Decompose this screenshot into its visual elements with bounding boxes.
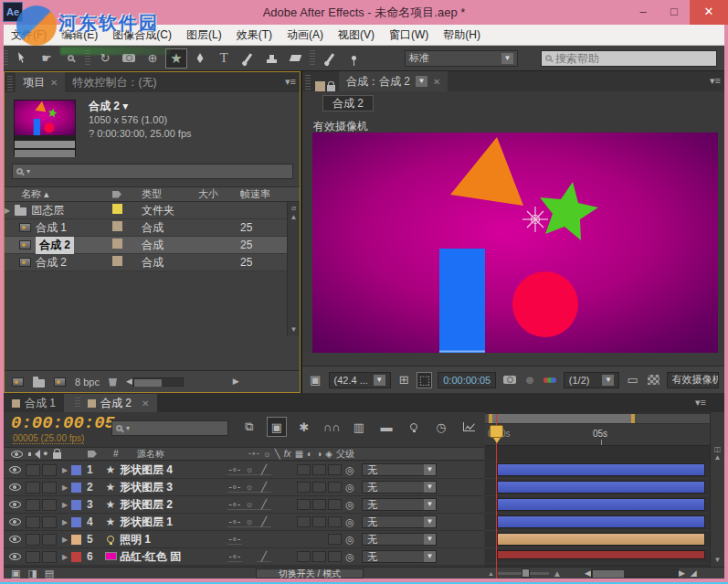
solo-cell[interactable] — [26, 534, 40, 546]
resolution-select[interactable]: (1/2) ▼ — [564, 372, 620, 388]
scroll-down-icon[interactable]: ▼ — [288, 325, 300, 334]
blend-cell[interactable] — [328, 516, 342, 527]
comp-viewport[interactable] — [312, 133, 718, 353]
work-area-strip[interactable] — [485, 414, 710, 423]
frame-blend-col-icon[interactable]: ▦ — [295, 450, 303, 459]
eye-icon[interactable] — [9, 466, 21, 473]
bpc-button[interactable]: 8 bpc — [75, 377, 100, 388]
auto-keyframe-icon[interactable]: ◷ — [431, 417, 451, 437]
parent-select[interactable]: 无▼ — [362, 463, 437, 476]
pick-whip-icon[interactable]: ◎ — [342, 534, 358, 546]
tag-icon[interactable] — [88, 451, 97, 458]
layer-bar[interactable] — [497, 463, 705, 476]
lock-cell[interactable] — [42, 482, 57, 494]
zoom-slider[interactable] — [498, 572, 549, 575]
brush-tool[interactable] — [237, 48, 258, 69]
zoom-out-icon[interactable]: ▲ — [488, 570, 494, 577]
timeline-hscrollbar[interactable]: ◀ ▶ ◢ — [585, 568, 697, 578]
selection-tool[interactable] — [12, 48, 34, 69]
comp-name[interactable]: 合成 2 ▾ — [89, 100, 192, 113]
effect-switch[interactable]: ╱ — [257, 499, 271, 510]
menu-help[interactable]: 帮助(H) — [436, 25, 488, 45]
trkmat-cell[interactable] — [312, 499, 326, 510]
draft-3d-icon[interactable]: ▣ — [267, 417, 287, 437]
scroll-right-icon[interactable]: ▶ — [679, 569, 685, 578]
eye-icon[interactable] — [9, 553, 21, 560]
tab-composition[interactable]: 合成：合成 2 ▼ ✕ — [339, 71, 448, 91]
panel-gripper[interactable] — [7, 76, 13, 92]
col-fps[interactable]: 帧速率 — [240, 187, 284, 201]
close-tab-icon[interactable]: ✕ — [433, 77, 440, 87]
layer-bar[interactable] — [497, 498, 705, 511]
tab-effect-controls[interactable]: 特效控制台：(无) — [65, 72, 164, 92]
solo-cell[interactable] — [26, 464, 40, 476]
parent-select[interactable]: 无▼ — [362, 481, 437, 494]
label-color[interactable] — [112, 221, 122, 231]
shy-layers-icon[interactable]: ✱ — [294, 417, 314, 437]
parent-select[interactable]: 无▼ — [362, 550, 437, 563]
snapshot-camera-icon[interactable] — [501, 372, 517, 388]
motion-blur-icon[interactable]: ▥ — [349, 417, 369, 437]
expand-inout-icon[interactable]: ▤ — [45, 568, 54, 579]
col-size[interactable]: 大小 — [198, 187, 240, 201]
layer-bar[interactable] — [497, 481, 705, 494]
roi-toggle-icon[interactable]: ▭ — [625, 372, 640, 388]
parent-select[interactable]: 无▼ — [362, 498, 437, 511]
magnification-select[interactable]: (42.4 ... ▼ — [329, 372, 391, 388]
blend-cell[interactable] — [328, 551, 342, 562]
zoom-in-icon[interactable]: ▲ — [553, 568, 562, 579]
disclosure-icon[interactable]: ▶ — [58, 466, 71, 474]
col-label[interactable] — [112, 189, 142, 200]
current-time-indicator[interactable] — [490, 425, 503, 438]
pick-whip-icon[interactable]: ◎ — [342, 499, 358, 511]
solo-cell[interactable] — [26, 499, 40, 511]
label-color[interactable] — [71, 465, 81, 475]
timeline-tab-comp1[interactable]: 合成 1 — [4, 394, 64, 412]
timeline-vscrollbar[interactable]: ◫ ▲ ▼ — [710, 412, 724, 579]
close-tab-icon[interactable]: ✕ — [142, 398, 149, 409]
layer-row[interactable]: ▶ 5 照明 1 -∘- ◎ 无▼ — [4, 531, 484, 548]
label-color[interactable] — [112, 239, 122, 249]
text-tool[interactable]: T — [213, 48, 235, 69]
menu-effect[interactable]: 效果(T) — [229, 25, 280, 45]
label-color[interactable] — [71, 500, 81, 510]
scroll-up-icon[interactable]: ▲ — [711, 453, 724, 462]
flowchart-icon[interactable]: ⧄ — [288, 202, 300, 213]
time-ruler[interactable]: 0:00s 05s — [485, 424, 710, 446]
table-row[interactable]: 合成 2 合成 25 — [5, 254, 300, 271]
brainstorm-icon[interactable]: ▬ — [376, 417, 396, 437]
effect-switch[interactable]: ╱ — [257, 551, 271, 562]
timeline-zoom-control[interactable]: ▲ ▲ — [488, 568, 562, 579]
help-search-box[interactable] — [541, 50, 717, 67]
scroll-right-icon[interactable]: ▶ — [233, 377, 239, 386]
solo-cell[interactable] — [26, 482, 40, 494]
scroll-down-icon[interactable]: ▼ — [711, 556, 724, 564]
layer-name[interactable]: 照明 1 — [120, 532, 227, 547]
label-color[interactable] — [71, 535, 81, 545]
comp-timecode[interactable]: 0:00:00:05 — [438, 372, 496, 388]
help-search-input[interactable] — [555, 52, 692, 65]
trkmat-cell[interactable] — [312, 551, 326, 562]
workspace-select[interactable]: 标准 ▼ — [405, 50, 518, 67]
parent-select[interactable]: 无▼ — [362, 533, 437, 546]
layer-name[interactable]: 形状图层 1 — [120, 515, 227, 530]
trash-icon[interactable] — [109, 377, 117, 387]
mode-cell[interactable] — [297, 499, 311, 510]
shy-switch[interactable]: -∘- — [227, 499, 242, 510]
tab-project[interactable]: 项目 ✕ — [16, 72, 65, 92]
label-color[interactable] — [315, 81, 325, 91]
table-row[interactable]: ▶固态层 文件夹 — [5, 202, 300, 219]
comp-mini-tab[interactable]: 合成 2 — [322, 95, 374, 111]
comp-flowchart-icon[interactable]: ⧉ — [239, 417, 259, 437]
mode-cell[interactable] — [297, 551, 311, 562]
shy-switch[interactable]: -∘- — [227, 534, 242, 545]
region-of-interest-icon[interactable]: ⬚ — [417, 372, 432, 388]
timeline-search-input[interactable] — [133, 421, 221, 435]
scroll-thumb[interactable] — [134, 379, 162, 387]
clone-stamp-tool[interactable] — [260, 48, 282, 69]
table-row[interactable]: 合成 1 合成 25 — [5, 219, 300, 237]
col-type[interactable]: 类型 — [142, 187, 198, 201]
lock-icon[interactable] — [53, 452, 61, 459]
layer-name[interactable]: 品红-红色 固 — [120, 549, 227, 565]
puppet-pin-tool[interactable] — [343, 48, 364, 69]
